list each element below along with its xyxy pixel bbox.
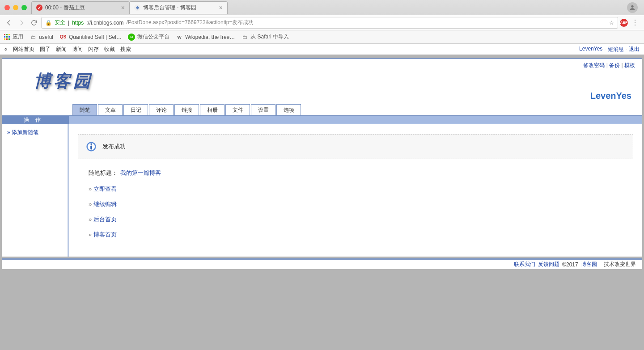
reload-button[interactable] xyxy=(29,17,39,28)
bookmark-wikipedia[interactable]: W Wikipedia, the free… xyxy=(176,34,235,41)
topnav-link[interactable]: 搜索 xyxy=(120,46,131,53)
action-continue-edit[interactable]: »继续编辑 xyxy=(89,197,629,212)
minimize-window-icon[interactable] xyxy=(13,5,18,10)
tab-close-icon[interactable]: × xyxy=(219,4,223,11)
bookmark-label: 从 Safari 中导入 xyxy=(250,33,289,41)
bookmark-safari-import[interactable]: 🗀 从 Safari 中导入 xyxy=(241,33,289,41)
browser-tab-1[interactable]: ❖ 博客后台管理 - 博客园 × xyxy=(129,1,228,14)
topnav-link[interactable]: 收藏 xyxy=(104,46,115,53)
sidebar-link-label: 添加新随笔 xyxy=(12,129,38,135)
post-title-label: 随笔标题： xyxy=(89,169,118,176)
chevron-icon: » xyxy=(89,201,92,207)
topnav-chevron-icon[interactable]: « xyxy=(4,46,8,52)
footer-copyright: ©2017 xyxy=(562,261,578,268)
template-link[interactable]: 模板 xyxy=(624,62,635,68)
window-controls xyxy=(4,5,27,10)
tab-files[interactable]: 文件 xyxy=(225,104,250,115)
tab-close-icon[interactable]: × xyxy=(121,4,125,11)
abp-extension-icon[interactable]: ABP xyxy=(620,19,628,27)
action-list: »立即查看 »继续编辑 »后台首页 »博客首页 xyxy=(78,179,633,244)
admin-panel: 修改密码 | 备份 | 模板 博客园 LevenYes 随笔 文章 日记 评论 … xyxy=(2,58,642,257)
admin-header: 修改密码 | 备份 | 模板 博客园 LevenYes xyxy=(2,59,642,104)
bookmarks-bar: 应用 🗀 useful QS Quantified Self | Sel… ✉ … xyxy=(0,30,644,44)
action-label: 博客首页 xyxy=(93,231,117,238)
topnav-username[interactable]: LevenYes xyxy=(579,46,602,53)
topnav-messages[interactable]: 短消息 xyxy=(608,46,624,53)
tab-title: 博客后台管理 - 博客园 xyxy=(143,4,216,12)
sidebar-header: 操作 xyxy=(2,116,69,124)
site-topnav: « 网站首页 园子 新闻 博问 闪存 收藏 搜索 LevenYes · 短消息 … xyxy=(0,44,644,55)
tab-articles[interactable]: 文章 xyxy=(98,104,123,115)
header-corner-links: 修改密码 | 备份 | 模板 xyxy=(583,62,635,69)
apps-icon xyxy=(4,34,10,40)
browser-chrome: ✓ 00:00 - 番茄土豆 × ❖ 博客后台管理 - 博客园 × 🔒 安全 |… xyxy=(0,0,644,44)
close-window-icon[interactable] xyxy=(4,5,10,10)
bookmark-label: 应用 xyxy=(13,33,23,41)
action-view-now[interactable]: »立即查看 xyxy=(89,181,629,197)
content-area: 发布成功 随笔标题： 我的第一篇博客 »立即查看 »继续编辑 »后台首页 »博客… xyxy=(69,124,642,257)
bookmark-label: Quantified Self | Sel… xyxy=(69,34,122,40)
bookmark-wechat[interactable]: ✉ 微信公众平台 xyxy=(128,33,169,41)
chevron-icon: » xyxy=(89,216,92,223)
svg-rect-4 xyxy=(90,146,92,150)
post-title-link[interactable]: 我的第一篇博客 xyxy=(120,169,161,176)
success-text: 发布成功 xyxy=(102,143,126,151)
topnav-right: LevenYes · 短消息 · 退出 xyxy=(579,46,640,53)
topnav-link[interactable]: 新闻 xyxy=(56,46,67,53)
chevron-icon: » xyxy=(89,186,92,192)
tab-strip: ✓ 00:00 - 番茄土豆 × ❖ 博客后台管理 - 博客园 × xyxy=(0,0,644,15)
tab-comments[interactable]: 评论 xyxy=(149,104,174,115)
sidebar-item-new[interactable]: »添加新随笔 xyxy=(7,129,64,136)
address-bar[interactable]: 🔒 安全 | https://i.cnblogs.com/PostDone.as… xyxy=(41,17,618,29)
tab-favicon-icon: ✓ xyxy=(36,4,42,11)
footer-tagline: 技术改变世界 xyxy=(604,261,636,268)
topnav-logout[interactable]: 退出 xyxy=(629,46,640,53)
browser-tab-0[interactable]: ✓ 00:00 - 番茄土豆 × xyxy=(31,1,130,14)
tab-options[interactable]: 选项 xyxy=(276,104,301,115)
topnav-link[interactable]: 博问 xyxy=(72,46,83,53)
footer-feedback[interactable]: 反馈问题 xyxy=(538,261,559,268)
sidebar: »添加新随笔 xyxy=(2,124,69,257)
bookmark-qs[interactable]: QS Quantified Self | Sel… xyxy=(59,34,122,41)
topnav-link[interactable]: 网站首页 xyxy=(13,46,34,53)
info-icon xyxy=(85,141,97,152)
bookmark-label: useful xyxy=(39,34,53,40)
maximize-window-icon[interactable] xyxy=(21,5,27,10)
svg-point-3 xyxy=(90,143,92,145)
admin-tabs: 随笔 文章 日记 评论 链接 相册 文件 设置 选项 xyxy=(2,104,642,115)
bookmark-useful[interactable]: 🗀 useful xyxy=(30,34,53,41)
backup-link[interactable]: 备份 xyxy=(609,62,620,68)
footer-site[interactable]: 博客园 xyxy=(581,261,597,268)
action-label: 立即查看 xyxy=(93,186,117,192)
tab-diary[interactable]: 日记 xyxy=(123,104,148,115)
wechat-icon: ✉ xyxy=(128,34,135,41)
tab-settings[interactable]: 设置 xyxy=(251,104,275,115)
back-button[interactable] xyxy=(4,17,14,28)
post-title-row: 随笔标题： 我的第一篇博客 xyxy=(78,159,633,179)
bookmark-apps[interactable]: 应用 xyxy=(4,33,23,41)
section-bar: 操作 xyxy=(2,115,642,124)
profile-avatar-icon[interactable] xyxy=(627,2,638,13)
action-backend-home[interactable]: »后台首页 xyxy=(89,212,629,227)
browser-menu-icon[interactable]: ⋮ xyxy=(630,17,640,28)
footer-contact[interactable]: 联系我们 xyxy=(514,261,535,268)
tab-title: 00:00 - 番茄土豆 xyxy=(45,4,119,12)
action-label: 后台首页 xyxy=(93,216,117,223)
folder-icon: 🗀 xyxy=(241,34,248,41)
bullet-icon: » xyxy=(7,129,10,135)
url-scheme: https xyxy=(72,20,84,26)
topnav-link[interactable]: 闪存 xyxy=(88,46,99,53)
tab-favicon-icon: ❖ xyxy=(134,4,140,11)
chevron-icon: » xyxy=(89,231,92,238)
tab-album[interactable]: 相册 xyxy=(200,104,225,115)
topnav-link[interactable]: 园子 xyxy=(40,46,51,53)
tab-essays[interactable]: 随笔 xyxy=(72,104,97,115)
tab-links[interactable]: 链接 xyxy=(174,104,199,115)
action-label: 继续编辑 xyxy=(93,201,117,207)
header-username[interactable]: LevenYes xyxy=(590,91,631,101)
bookmark-star-icon[interactable]: ☆ xyxy=(609,20,614,26)
forward-button[interactable] xyxy=(16,17,27,28)
action-blog-home[interactable]: »博客首页 xyxy=(89,227,629,242)
change-password-link[interactable]: 修改密码 xyxy=(583,62,605,68)
wikipedia-icon: W xyxy=(176,34,183,41)
